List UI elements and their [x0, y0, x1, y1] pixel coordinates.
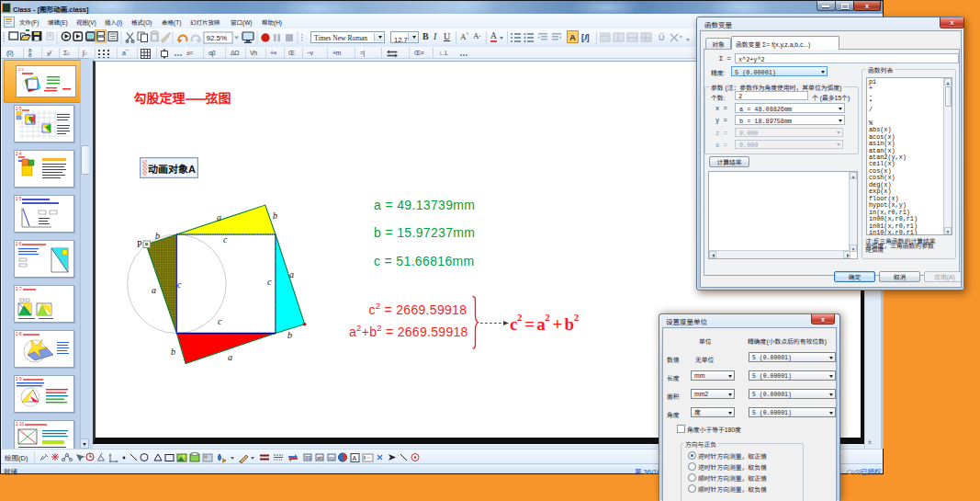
svg-text:c: c [218, 316, 222, 326]
svg-text:b: b [287, 330, 292, 340]
svg-text:2-5: 2-5 [16, 106, 22, 111]
svg-text:2-7: 2-7 [16, 286, 22, 291]
svg-text:2-10: 2-10 [16, 421, 25, 427]
svg-text:c: c [223, 234, 228, 245]
svg-text:2-6: 2-6 [16, 241, 22, 246]
svg-text:P: P [137, 239, 142, 249]
svg-text:99: 99 [305, 453, 311, 461]
svg-text:A: A [353, 453, 357, 462]
svg-text:c: c [267, 277, 272, 287]
svg-text:92.5%: 92.5% [207, 32, 228, 42]
svg-text:2-5: 2-5 [18, 66, 25, 72]
svg-text:b: b [155, 231, 160, 241]
svg-text:2-8: 2-8 [16, 331, 22, 336]
svg-text:a: a [152, 285, 156, 295]
svg-text:a: a [217, 212, 221, 222]
svg-text:a: a [289, 269, 294, 279]
svg-text:b: b [273, 211, 277, 221]
svg-text:2-5: 2-5 [16, 196, 22, 201]
svg-text:c: c [177, 279, 182, 290]
svg-text:b: b [171, 347, 175, 357]
svg-text:2-9: 2-9 [16, 376, 22, 381]
svg-text:xy: xy [329, 453, 334, 461]
svg-text:a: a [228, 352, 232, 362]
svg-text:2-4: 2-4 [16, 151, 22, 156]
svg-text:ab: ab [317, 453, 323, 461]
